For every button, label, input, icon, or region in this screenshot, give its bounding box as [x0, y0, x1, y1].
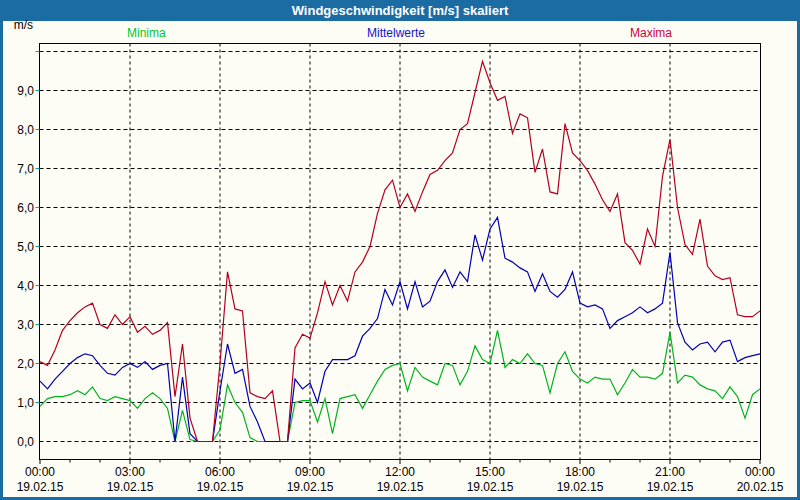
- y-tick-label: 6,0: [4, 201, 34, 215]
- x-tick-date-label: 19.02.15: [458, 480, 522, 494]
- y-tick-label: 8,0: [4, 123, 34, 137]
- y-tick-label: 1,0: [4, 396, 34, 410]
- y-tick-label: 9,0: [4, 84, 34, 98]
- y-tick-label: 7,0: [4, 162, 34, 176]
- window-frame: Windgeschwindigkeit [m/s] skaliert Minim…: [0, 0, 800, 500]
- x-tick-date-label: 19.02.15: [98, 480, 162, 494]
- x-tick-time-label: 06:00: [188, 465, 252, 479]
- y-tick-label: 3,0: [4, 318, 34, 332]
- y-tick-label: 0,0: [4, 435, 34, 449]
- y-tick-label: 2,0: [4, 357, 34, 371]
- x-tick-time-label: 00:00: [728, 465, 792, 479]
- x-tick-date-label: 20.02.15: [728, 480, 792, 494]
- x-tick-time-label: 15:00: [458, 465, 522, 479]
- x-tick-date-label: 19.02.15: [638, 480, 702, 494]
- x-tick-time-label: 00:00: [8, 465, 72, 479]
- x-tick-date-label: 19.02.15: [548, 480, 612, 494]
- x-tick-time-label: 09:00: [278, 465, 342, 479]
- x-tick-date-label: 19.02.15: [368, 480, 432, 494]
- chart-canvas: [0, 0, 800, 500]
- x-tick-time-label: 03:00: [98, 465, 162, 479]
- x-tick-date-label: 19.02.15: [278, 480, 342, 494]
- x-tick-date-label: 19.02.15: [8, 480, 72, 494]
- x-tick-time-label: 21:00: [638, 465, 702, 479]
- x-tick-date-label: 19.02.15: [188, 480, 252, 494]
- x-tick-time-label: 12:00: [368, 465, 432, 479]
- y-tick-label: 4,0: [4, 279, 34, 293]
- y-tick-label: 5,0: [4, 240, 34, 254]
- x-tick-time-label: 18:00: [548, 465, 612, 479]
